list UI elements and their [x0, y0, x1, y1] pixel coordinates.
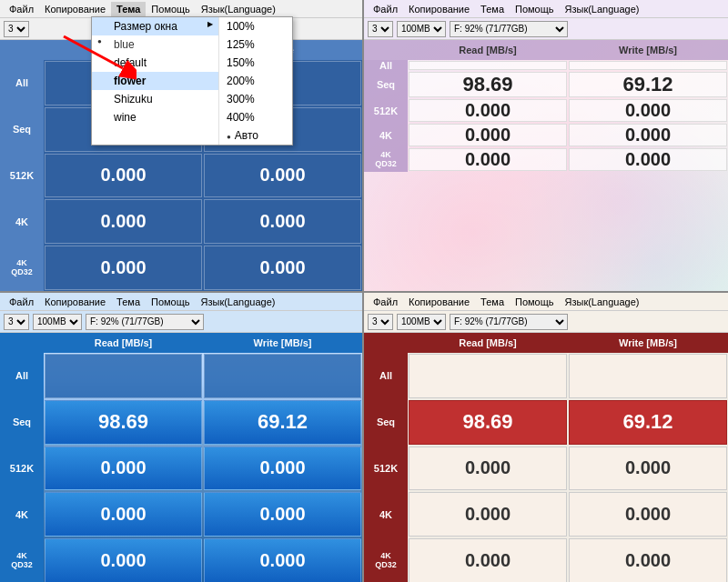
cell-all-write-br [569, 354, 727, 398]
menubar-bl: Файл Копирование Тема Помощь Язык(Langua… [0, 293, 362, 311]
menu-file-bl[interactable]: Файл [4, 295, 39, 309]
size-select-br[interactable]: 100MB [397, 314, 446, 330]
theme-blue-item[interactable]: blue [92, 35, 218, 54]
row-all-bl: All [0, 353, 44, 399]
theme-wine-item[interactable]: wine [92, 108, 218, 126]
quadrant-top-right: Файл Копирование Тема Помощь Язык(Langua… [364, 0, 728, 291]
menu-copy-br[interactable]: Копирование [403, 295, 475, 309]
row-4kqd32-bl: 4KQD32 [0, 537, 44, 582]
cell-4kqd32-write-tl: 0.000 [204, 246, 361, 290]
bench-corner-br [364, 333, 408, 353]
cell-seq-read-br: 98.69 [409, 400, 567, 445]
count-select-tl[interactable]: 359 [4, 21, 29, 37]
menu-lang-tl[interactable]: Язык(Language) [196, 2, 281, 16]
menu-file-tr[interactable]: Файл [368, 2, 403, 16]
size-auto-item[interactable]: Авто [219, 126, 292, 145]
cell-all-read-bl [45, 354, 202, 398]
quadrant-bottom-left: Файл Копирование Тема Помощь Язык(Langua… [0, 293, 364, 582]
bench-bl: Read [MB/s] Write [MB/s] All Seq 98.69 6… [0, 333, 362, 582]
cell-seq-read-bl: 98.69 [45, 400, 202, 445]
row-512k-tl: 512K [0, 153, 44, 199]
cell-512k-write-tr: 0.000 [569, 99, 727, 122]
cell-4kqd32-write-br: 0.000 [569, 538, 727, 582]
menu-help-br[interactable]: Помощь [510, 295, 560, 309]
cell-512k-read-tl: 0.000 [45, 154, 202, 198]
bench-tr: Read [MB/s] Write [MB/s] All Seq 98.69 6… [364, 40, 728, 172]
cell-512k-read-bl: 0.000 [45, 447, 202, 491]
col-read-br: Read [MB/s] [408, 333, 568, 353]
menu-help-tl[interactable]: Помощь [146, 2, 196, 16]
toolbar-bl: 3 100MB F: 92% (71/77GB) [0, 311, 362, 333]
cell-4kqd32-read-tl: 0.000 [45, 246, 202, 290]
menu-lang-br[interactable]: Язык(Language) [560, 295, 645, 309]
theme-default-item[interactable]: default [92, 54, 218, 72]
cell-512k-write-br: 0.000 [569, 447, 727, 491]
menu-lang-bl[interactable]: Язык(Language) [196, 295, 281, 309]
cell-seq-write-bl: 69.12 [204, 400, 361, 445]
menu-copy-bl[interactable]: Копирование [39, 295, 111, 309]
drive-select-bl[interactable]: F: 92% (71/77GB) [86, 314, 204, 330]
row-512k-tr: 512K [364, 98, 408, 123]
menu-help-tr[interactable]: Помощь [510, 2, 560, 16]
menu-copy-tr[interactable]: Копирование [403, 2, 475, 16]
drive-select-br[interactable]: F: 92% (71/77GB) [450, 314, 568, 330]
count-select-tr[interactable]: 3 [368, 21, 393, 37]
cell-all-read-br [409, 354, 567, 398]
theme-flower-item[interactable]: flower [92, 72, 218, 90]
menubar-tl: Файл Копирование Тема Помощь Язык(Langua… [0, 0, 362, 18]
cell-all-write-tr [569, 61, 727, 70]
cell-seq-write-br: 69.12 [569, 400, 727, 445]
menu-file-br[interactable]: Файл [368, 295, 403, 309]
drive-select-tr[interactable]: F: 92% (71/77GB) [450, 21, 568, 37]
size-select-tr[interactable]: 100MB [397, 21, 446, 37]
menu-theme-tr[interactable]: Тема [475, 2, 510, 16]
col-read-bl: Read [MB/s] [44, 333, 203, 353]
size-300-item[interactable]: 300% [219, 90, 292, 108]
size-select-bl[interactable]: 100MB [33, 314, 82, 330]
row-4kqd32-tl: 4KQD32 [0, 245, 44, 291]
col-read-tr: Read [MB/s] [408, 40, 568, 60]
menu-theme-tl[interactable]: Тема [111, 2, 146, 16]
cell-512k-read-br: 0.000 [409, 447, 567, 491]
bench-corner-tr [364, 40, 408, 60]
row-seq-tr: Seq [364, 71, 408, 98]
bench-corner-bl [0, 333, 44, 353]
cell-4kqd32-read-tr: 0.000 [409, 148, 567, 171]
count-select-bl[interactable]: 3 [4, 314, 29, 330]
row-4k-br: 4K [364, 491, 408, 537]
row-seq-tl: Seq [0, 106, 44, 153]
menu-copy-tl[interactable]: Копирование [39, 2, 111, 16]
cell-4k-write-bl: 0.000 [204, 492, 361, 537]
menu-theme-br[interactable]: Тема [475, 295, 510, 309]
menu-theme-bl[interactable]: Тема [111, 295, 146, 309]
bench-corner-tl [0, 40, 44, 60]
size-100-item[interactable]: 100% [219, 17, 292, 35]
count-select-br[interactable]: 3 [368, 314, 393, 330]
size-150-item[interactable]: 150% [219, 54, 292, 72]
bench-br: Read [MB/s] Write [MB/s] All Seq 98.69 6… [364, 333, 728, 582]
menu-help-bl[interactable]: Помощь [146, 295, 196, 309]
menubar-br: Файл Копирование Тема Помощь Язык(Langua… [364, 293, 728, 311]
quadrant-top-left: Файл Копирование Тема Помощь Язык(Langua… [0, 0, 364, 291]
cell-all-read-tr [409, 61, 567, 70]
cell-4kqd32-read-br: 0.000 [409, 538, 567, 582]
cell-4k-read-tl: 0.000 [45, 199, 202, 244]
menu-lang-tr[interactable]: Язык(Language) [560, 2, 645, 16]
cell-4k-write-br: 0.000 [569, 492, 727, 537]
cell-4kqd32-write-tr: 0.000 [569, 148, 727, 171]
theme-shizuku-item[interactable]: Shizuku [92, 90, 218, 108]
cell-4k-read-tr: 0.000 [409, 124, 567, 146]
cell-512k-write-bl: 0.000 [204, 447, 361, 491]
size-125-item[interactable]: 125% [219, 35, 292, 54]
size-200-item[interactable]: 200% [219, 72, 292, 90]
cell-all-write-bl [204, 354, 361, 398]
cell-seq-read-tr: 98.69 [409, 72, 567, 97]
menu-file-tl[interactable]: Файл [4, 2, 39, 16]
theme-dropdown[interactable]: Размер окна blue default flower Shizuku … [91, 16, 293, 146]
size-menu-item[interactable]: Размер окна [92, 17, 218, 35]
row-4k-tr: 4K [364, 123, 408, 147]
size-400-item[interactable]: 400% [219, 108, 292, 126]
row-4k-tl: 4K [0, 198, 44, 245]
quadrant-bottom-right: Файл Копирование Тема Помощь Язык(Langua… [364, 293, 728, 582]
row-all-br: All [364, 353, 408, 399]
